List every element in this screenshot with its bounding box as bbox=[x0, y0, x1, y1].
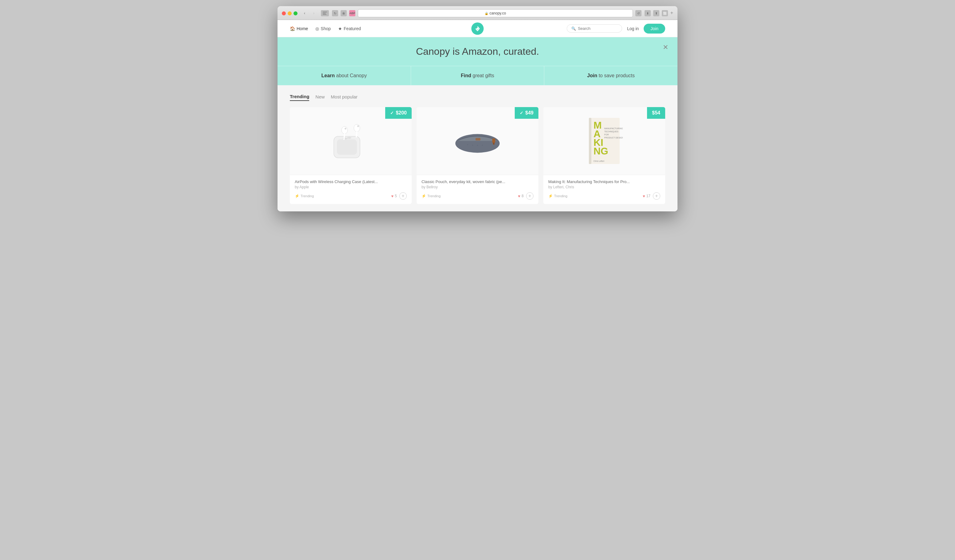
fullscreen-window-button[interactable] bbox=[294, 11, 297, 16]
like-count: 17 bbox=[647, 194, 650, 198]
filter-trending[interactable]: Trending bbox=[290, 92, 309, 101]
address-bar[interactable]: 🔒 canopy.co bbox=[358, 9, 633, 17]
browser-back-button[interactable]: ‹ bbox=[301, 10, 308, 16]
join-button[interactable]: Join bbox=[643, 24, 665, 34]
login-button[interactable]: Log in bbox=[627, 26, 639, 31]
tab-overview-icon[interactable]: ⬜ bbox=[662, 10, 668, 16]
url-text: canopy.co bbox=[490, 11, 506, 16]
add-button[interactable]: + bbox=[653, 192, 660, 200]
refresh-icon[interactable]: ↻ bbox=[332, 10, 338, 16]
hero-tab-find[interactable]: Find great gifts bbox=[411, 66, 545, 85]
search-bar[interactable]: 🔍 bbox=[567, 24, 622, 33]
nav-home-label: Home bbox=[297, 26, 308, 31]
close-banner-button[interactable]: ✕ bbox=[663, 44, 668, 52]
svg-rect-20 bbox=[476, 138, 481, 140]
hero-tab-find-bold: Find bbox=[461, 73, 471, 78]
product-footer: ⚡ Trending ♥ 8 + bbox=[421, 192, 534, 200]
reload-icon[interactable]: ↺ bbox=[635, 10, 642, 16]
trending-icon: ⚡ bbox=[295, 194, 299, 198]
shop-icon: ◎ bbox=[315, 26, 319, 31]
minimize-window-button[interactable] bbox=[288, 11, 292, 16]
hero-tab-learn-bold: Learn bbox=[321, 73, 335, 78]
download-icon[interactable]: ⬇ bbox=[645, 10, 651, 16]
product-author: by Apple bbox=[295, 185, 407, 189]
browser-chrome: ‹ › ↻ ABP 🔒 canopy.co ↺ ⬇ ⬆ ⬜ bbox=[277, 6, 678, 20]
like-button[interactable]: ♥ 5 bbox=[391, 194, 397, 199]
nav-center bbox=[471, 22, 484, 35]
browser-nav-buttons: ‹ › bbox=[301, 10, 318, 16]
hero-tab-join[interactable]: Join to save products bbox=[544, 66, 678, 85]
add-button[interactable]: + bbox=[399, 192, 407, 200]
home-icon: 🏠 bbox=[290, 26, 295, 31]
lock-icon: 🔒 bbox=[485, 12, 488, 15]
svg-text:Chris Lefteri: Chris Lefteri bbox=[593, 160, 604, 162]
like-button[interactable]: ♥ 17 bbox=[643, 194, 650, 199]
price-value: $200 bbox=[396, 110, 407, 116]
hero-tab-join-bold: Join bbox=[587, 73, 597, 78]
svg-line-11 bbox=[356, 132, 357, 137]
svg-rect-14 bbox=[492, 138, 495, 143]
svg-rect-1 bbox=[323, 13, 326, 14]
browser-forward-button[interactable]: › bbox=[310, 10, 318, 16]
filter-most-popular[interactable]: Most popular bbox=[331, 92, 357, 101]
adblock-icon[interactable]: ABP bbox=[349, 10, 355, 16]
price-badge: $54 bbox=[647, 107, 665, 119]
svg-point-19 bbox=[482, 145, 483, 145]
filter-tabs: Trending New Most popular bbox=[290, 92, 665, 101]
bookmark-icon[interactable] bbox=[341, 10, 347, 16]
trending-tag: ⚡ Trending bbox=[548, 194, 567, 198]
add-button[interactable]: + bbox=[526, 192, 534, 200]
svg-rect-22 bbox=[589, 118, 591, 164]
svg-rect-2 bbox=[323, 14, 326, 15]
nav-shop[interactable]: ◎ Shop bbox=[315, 26, 331, 31]
product-author: by Bellroy bbox=[421, 185, 534, 189]
address-bar-area: ↻ ABP 🔒 canopy.co ↺ bbox=[332, 9, 642, 17]
product-name: Making It: Manufacturing Techniques for … bbox=[548, 179, 660, 184]
product-image bbox=[326, 118, 375, 164]
chrome-action-icons: ⬇ ⬆ ⬜ + bbox=[645, 10, 673, 16]
svg-rect-0 bbox=[323, 12, 327, 12]
heart-icon: ♥ bbox=[391, 194, 394, 199]
main-content: Trending New Most popular ✓ $200 bbox=[277, 85, 678, 211]
trending-icon: ⚡ bbox=[421, 194, 426, 198]
filter-new[interactable]: New bbox=[315, 92, 325, 101]
product-grid: ✓ $200 bbox=[290, 107, 665, 204]
close-window-button[interactable] bbox=[282, 11, 286, 16]
svg-text:PRODUCT DESIGN: PRODUCT DESIGN bbox=[604, 137, 623, 139]
like-count: 8 bbox=[521, 194, 524, 198]
logo[interactable] bbox=[471, 22, 484, 35]
nav-left: 🏠 Home ◎ Shop ★ Featured bbox=[290, 26, 471, 31]
nav-featured[interactable]: ★ Featured bbox=[338, 26, 361, 31]
nav-right: 🔍 Log in Join bbox=[484, 24, 665, 34]
product-image: M A KI NG MANUFACTURING TECHNIQUES FOR P… bbox=[586, 116, 623, 166]
star-icon: ★ bbox=[338, 26, 342, 31]
svg-point-18 bbox=[477, 145, 478, 146]
check-icon: ✓ bbox=[390, 111, 394, 116]
hero-tab-join-rest: to save products bbox=[597, 73, 635, 78]
product-name: AirPods with Wireless Charging Case (Lat… bbox=[295, 179, 407, 184]
price-badge: ✓ $49 bbox=[515, 107, 539, 119]
hero-tab-learn[interactable]: Learn about Canopy bbox=[277, 66, 411, 85]
search-input[interactable] bbox=[578, 26, 617, 31]
share-icon[interactable]: ⬆ bbox=[653, 10, 659, 16]
svg-point-6 bbox=[347, 137, 351, 139]
svg-text:FOR: FOR bbox=[604, 133, 609, 136]
product-footer: ⚡ Trending ♥ 5 + bbox=[295, 192, 407, 200]
svg-point-12 bbox=[357, 125, 359, 127]
product-actions: ♥ 8 + bbox=[518, 192, 534, 200]
new-tab-button[interactable]: + bbox=[670, 10, 673, 16]
hero-tabs: Learn about Canopy Find great gifts Join… bbox=[277, 66, 678, 85]
trending-icon: ⚡ bbox=[548, 194, 553, 198]
traffic-lights bbox=[282, 11, 297, 16]
heart-icon: ♥ bbox=[643, 194, 645, 199]
like-button[interactable]: ♥ 8 bbox=[518, 194, 524, 199]
svg-line-8 bbox=[344, 134, 344, 139]
nav-home[interactable]: 🏠 Home bbox=[290, 26, 308, 31]
trending-tag: ⚡ Trending bbox=[421, 194, 441, 198]
like-count: 5 bbox=[395, 194, 397, 198]
svg-rect-15 bbox=[493, 143, 495, 145]
product-card: ✓ $200 bbox=[290, 107, 412, 204]
hero-title: Canopy is Amazon, curated. bbox=[290, 46, 665, 57]
svg-point-7 bbox=[341, 127, 348, 134]
heart-icon: ♥ bbox=[518, 194, 521, 199]
